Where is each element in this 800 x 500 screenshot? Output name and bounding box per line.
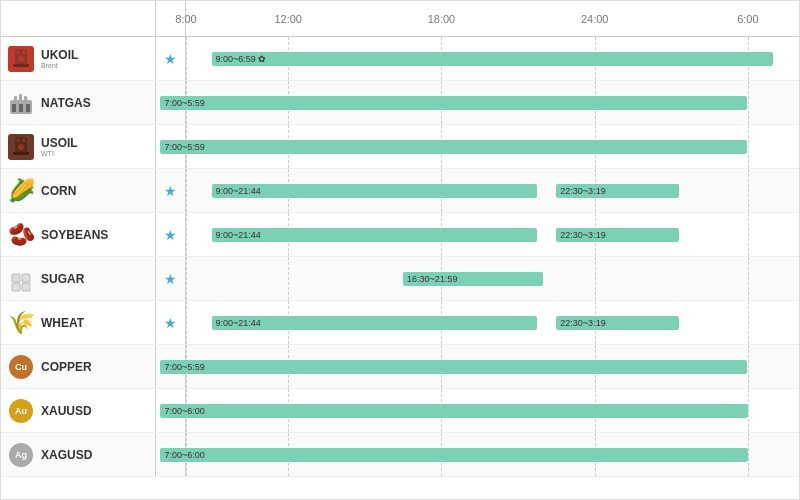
bar-label-copper-0: 7:00~5:59 <box>164 362 204 372</box>
instrument-icon-soybeans: 🫘 <box>7 221 35 249</box>
instrument-icon-usoil <box>7 133 35 161</box>
tick-label-1800: 18:00 <box>428 13 456 25</box>
bar-wheat-1: 22:30~3:19 <box>556 316 679 330</box>
instrument-name-soybeans: SOYBEANS <box>41 228 108 242</box>
left-panel-ukoil: UKOILBrent <box>1 37 156 80</box>
dst-cell-soybeans: ★ <box>156 213 186 256</box>
bar-label-usoil-0: 7:00~5:59 <box>164 142 204 152</box>
instrument-name-usoil: USOIL <box>41 136 78 150</box>
svg-rect-7 <box>19 94 22 101</box>
bar-soybeans-1: 22:30~3:19 <box>556 228 679 242</box>
wheat-icon: 🌾 <box>8 310 35 336</box>
svg-rect-3 <box>13 64 29 67</box>
grid-line <box>748 125 749 168</box>
star-icon-wheat[interactable]: ★ <box>164 315 177 331</box>
bar-label-xagusd-0: 7:00~6:00 <box>164 450 204 460</box>
dst-cell-wheat: ★ <box>156 301 186 344</box>
svg-rect-10 <box>19 104 23 112</box>
left-panel-copper: CuCOPPER <box>1 345 156 388</box>
bar-label-ukoil-0: 9:00~6:59 ✿ <box>216 54 267 64</box>
svg-rect-17 <box>12 274 20 282</box>
data-area: UKOILBrent★9:00~6:59 ✿ NATGAS★7:00~5:59 … <box>1 37 799 499</box>
instrument-icon-natgas <box>7 89 35 117</box>
grid-line <box>748 81 749 124</box>
left-panel-usoil: USOILWTI <box>1 125 156 168</box>
bar-natgas-0: 7:00~5:59 <box>160 96 747 110</box>
bar-xagusd-0: 7:00~6:00 <box>160 448 747 462</box>
bar-label-corn-1: 22:30~3:19 <box>560 186 605 196</box>
svg-rect-13 <box>17 139 19 142</box>
svg-rect-1 <box>17 51 19 54</box>
row-sugar: SUGAR★16:30~21:59 <box>1 257 799 301</box>
natgas-icon <box>8 90 34 116</box>
timeline-cell-wheat: 9:00~21:4422:30~3:19 <box>186 301 799 344</box>
row-xauusd: AuXAUUSD★7:00~6:00 <box>1 389 799 433</box>
bar-xauusd-0: 7:00~6:00 <box>160 404 747 418</box>
dst-cell-ukoil: ★ <box>156 37 186 80</box>
sugar-icon <box>8 266 34 292</box>
star-icon-sugar[interactable]: ★ <box>164 271 177 287</box>
left-panel-soybeans: 🫘SOYBEANS <box>1 213 156 256</box>
instrument-header <box>1 1 156 36</box>
instrument-name-ukoil: UKOIL <box>41 48 78 62</box>
corn-icon: 🌽 <box>8 178 35 204</box>
instrument-icon-ukoil <box>7 45 35 73</box>
bar-ukoil-0: 9:00~6:59 ✿ <box>212 52 773 66</box>
svg-rect-20 <box>22 283 30 291</box>
grid-line <box>186 37 187 80</box>
svg-point-16 <box>18 144 24 150</box>
instrument-name-sugar: SUGAR <box>41 272 84 286</box>
timeline-cell-soybeans: 9:00~21:4422:30~3:19 <box>186 213 799 256</box>
row-soybeans: 🫘SOYBEANS★9:00~21:4422:30~3:19 <box>1 213 799 257</box>
copper-icon: Cu <box>9 355 33 379</box>
timeline-cell-xagusd: 7:00~6:00 <box>186 433 799 476</box>
instrument-icon-copper: Cu <box>7 353 35 381</box>
timeline-cell-copper: 7:00~5:59 <box>186 345 799 388</box>
svg-rect-2 <box>23 51 25 54</box>
instrument-icon-wheat: 🌾 <box>7 309 35 337</box>
bar-soybeans-0: 9:00~21:44 <box>212 228 537 242</box>
instrument-sub-ukoil: Brent <box>41 62 78 69</box>
gold-icon: Au <box>9 399 33 423</box>
instrument-sub-usoil: WTI <box>41 150 78 157</box>
grid-line <box>748 433 749 476</box>
tick-label-1200: 12:00 <box>274 13 302 25</box>
grid-line <box>186 301 187 344</box>
timeline-header: 8:0012:0018:0024:006:00 <box>186 1 799 36</box>
grid-line <box>748 389 749 432</box>
instrument-icon-sugar <box>7 265 35 293</box>
left-panel-xagusd: AgXAGUSD <box>1 433 156 476</box>
star-icon-ukoil[interactable]: ★ <box>164 51 177 67</box>
grid-line <box>595 257 596 300</box>
grid-line <box>748 213 749 256</box>
svg-rect-9 <box>12 104 16 112</box>
bar-corn-1: 22:30~3:19 <box>556 184 679 198</box>
bar-label-natgas-0: 7:00~5:59 <box>164 98 204 108</box>
tick-label-2400: 24:00 <box>581 13 609 25</box>
bar-label-wheat-0: 9:00~21:44 <box>216 318 261 328</box>
grid-line <box>186 257 187 300</box>
star-icon-soybeans[interactable]: ★ <box>164 227 177 243</box>
grid-line <box>186 169 187 212</box>
left-panel-corn: 🌽CORN <box>1 169 156 212</box>
instrument-name-wheat: WHEAT <box>41 316 84 330</box>
grid-line <box>748 345 749 388</box>
bar-copper-0: 7:00~5:59 <box>160 360 747 374</box>
grid-line <box>288 257 289 300</box>
grid-line <box>748 169 749 212</box>
bar-usoil-0: 7:00~5:59 <box>160 140 747 154</box>
tick-label-600: 6:00 <box>737 13 758 25</box>
svg-rect-15 <box>13 152 29 155</box>
row-ukoil: UKOILBrent★9:00~6:59 ✿ <box>1 37 799 81</box>
svg-rect-19 <box>12 283 20 291</box>
instrument-name-copper: COPPER <box>41 360 92 374</box>
left-panel-sugar: SUGAR <box>1 257 156 300</box>
timeline-cell-natgas: 7:00~5:59 <box>186 81 799 124</box>
instrument-icon-xauusd: Au <box>7 397 35 425</box>
star-icon-corn[interactable]: ★ <box>164 183 177 199</box>
instrument-name-xagusd: XAGUSD <box>41 448 92 462</box>
row-copper: CuCOPPER★7:00~5:59 <box>1 345 799 389</box>
bar-label-xauusd-0: 7:00~6:00 <box>164 406 204 416</box>
grid-line <box>748 301 749 344</box>
svg-rect-14 <box>23 139 25 142</box>
